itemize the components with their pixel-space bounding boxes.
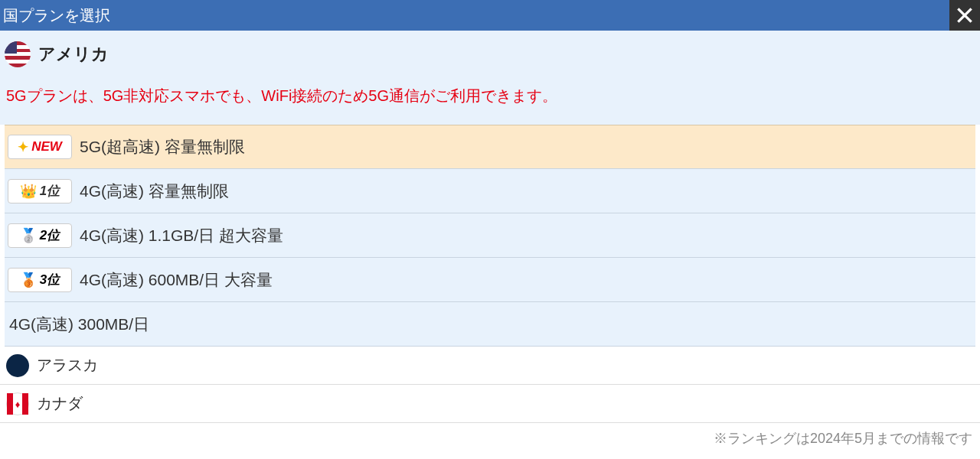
country-name: アメリカ	[38, 43, 109, 66]
country-label: アラスカ	[37, 355, 98, 376]
maple-leaf-icon: ♦	[15, 399, 21, 409]
badge-new-text: NEW	[31, 139, 62, 155]
country-header: アメリカ	[5, 41, 975, 67]
plan-label: 4G(高速) 300MB/日	[9, 314, 149, 335]
badge-rank2-text: 2位	[40, 226, 60, 244]
plan-label: 5G(超高速) 容量無制限	[80, 136, 245, 158]
close-icon	[955, 5, 975, 25]
country-section-usa: アメリカ 5Gプランは、5G非対応スマホでも、WiFi接続のため5G通信がご利用…	[0, 31, 980, 125]
badge-rank1-text: 1位	[40, 182, 60, 200]
country-label: カナダ	[37, 393, 83, 414]
plan-label: 4G(高速) 600MB/日 大容量	[80, 269, 273, 291]
badge-rank2: 🥈 2位	[8, 223, 72, 248]
plan-row-4g-600mb[interactable]: 🥉 3位 4G(高速) 600MB/日 大容量	[5, 258, 975, 302]
ranking-footer-note: ※ランキングは2024年5月までの情報です	[0, 423, 980, 454]
plan-row-5g-unlimited[interactable]: ✦ NEW 5G(超高速) 容量無制限	[5, 125, 975, 169]
plan-label: 4G(高速) 容量無制限	[80, 181, 229, 202]
country-row-canada[interactable]: ♦ カナダ	[0, 385, 980, 423]
plan-label: 4G(高速) 1.1GB/日 超大容量	[80, 225, 283, 246]
medal-bronze-icon: 🥉	[20, 272, 37, 288]
badge-rank3: 🥉 3位	[8, 268, 72, 292]
close-button[interactable]	[949, 0, 980, 31]
plan-row-4g-unlimited[interactable]: 👑 1位 4G(高速) 容量無制限	[5, 169, 975, 213]
crown-icon: 👑	[20, 183, 37, 200]
plan-row-4g-1-1gb[interactable]: 🥈 2位 4G(高速) 1.1GB/日 超大容量	[5, 213, 975, 258]
medal-silver-icon: 🥈	[20, 227, 37, 244]
sparkle-icon: ✦	[18, 139, 28, 155]
badge-rank3-text: 3位	[40, 271, 60, 288]
badge-new: ✦ NEW	[8, 135, 72, 159]
flag-canada-icon: ♦	[6, 392, 29, 415]
flag-alaska-icon	[6, 354, 29, 377]
flag-usa-icon	[5, 41, 31, 67]
plan-row-4g-300mb[interactable]: 4G(高速) 300MB/日	[5, 302, 975, 347]
country-row-alaska[interactable]: アラスカ	[0, 347, 980, 385]
modal-header: 国プランを選択	[0, 0, 980, 31]
modal-title: 国プランを選択	[3, 5, 110, 26]
plan-list: ✦ NEW 5G(超高速) 容量無制限 👑 1位 4G(高速) 容量無制限 🥈 …	[0, 125, 980, 347]
plan-notice: 5Gプランは、5G非対応スマホでも、WiFi接続のため5G通信がご利用できます。	[5, 86, 975, 106]
badge-rank1: 👑 1位	[8, 179, 72, 203]
